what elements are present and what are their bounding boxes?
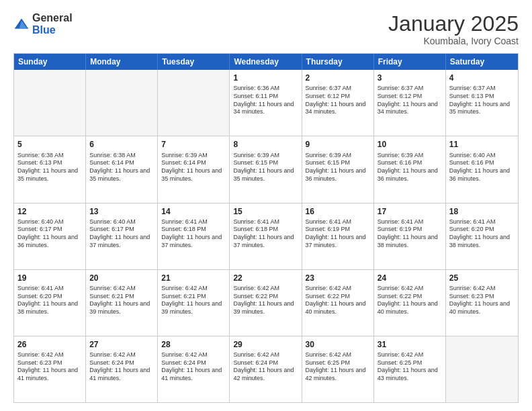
calendar-cell-w4-d4: 22Sunrise: 6:42 AM Sunset: 6:22 PM Dayli…: [230, 270, 302, 336]
calendar-cell-w5-d1: 26Sunrise: 6:42 AM Sunset: 6:23 PM Dayli…: [14, 336, 86, 402]
calendar-cell-w2-d2: 6Sunrise: 6:38 AM Sunset: 6:14 PM Daylig…: [86, 136, 158, 202]
day-number: 5: [17, 139, 82, 150]
day-info: Sunrise: 6:40 AM Sunset: 6:17 PM Dayligh…: [17, 218, 82, 250]
day-info: Sunrise: 6:42 AM Sunset: 6:24 PM Dayligh…: [233, 351, 298, 383]
day-number: 7: [161, 139, 226, 150]
day-number: 20: [89, 273, 154, 283]
day-number: 14: [161, 206, 226, 217]
calendar-cell-w1-d6: 3Sunrise: 6:37 AM Sunset: 6:12 PM Daylig…: [374, 70, 446, 136]
day-info: Sunrise: 6:42 AM Sunset: 6:21 PM Dayligh…: [161, 285, 226, 316]
day-info: Sunrise: 6:41 AM Sunset: 6:18 PM Dayligh…: [233, 218, 298, 250]
day-number: 6: [89, 139, 154, 150]
day-number: 10: [378, 139, 442, 150]
header-saturday: Saturday: [446, 54, 518, 70]
day-info: Sunrise: 6:37 AM Sunset: 6:12 PM Dayligh…: [378, 85, 442, 116]
day-number: 13: [89, 206, 154, 217]
day-number: 1: [233, 73, 298, 83]
calendar-cell-w5-d2: 27Sunrise: 6:42 AM Sunset: 6:24 PM Dayli…: [86, 336, 158, 402]
calendar-cell-w2-d6: 10Sunrise: 6:39 AM Sunset: 6:16 PM Dayli…: [374, 136, 446, 202]
day-info: Sunrise: 6:42 AM Sunset: 6:23 PM Dayligh…: [17, 351, 82, 383]
title-month: January 2025: [388, 12, 519, 36]
day-info: Sunrise: 6:42 AM Sunset: 6:24 PM Dayligh…: [89, 351, 154, 383]
calendar-week-4: 19Sunrise: 6:41 AM Sunset: 6:20 PM Dayli…: [14, 269, 518, 336]
calendar-cell-w3-d5: 16Sunrise: 6:41 AM Sunset: 6:19 PM Dayli…: [302, 203, 374, 269]
day-info: Sunrise: 6:41 AM Sunset: 6:18 PM Dayligh…: [161, 218, 226, 250]
day-info: Sunrise: 6:42 AM Sunset: 6:22 PM Dayligh…: [378, 285, 442, 316]
calendar-cell-w3-d6: 17Sunrise: 6:41 AM Sunset: 6:19 PM Dayli…: [374, 203, 446, 269]
calendar-cell-w1-d3: [158, 70, 230, 136]
title-location: Koumbala, Ivory Coast: [388, 36, 519, 46]
calendar-cell-w4-d6: 24Sunrise: 6:42 AM Sunset: 6:22 PM Dayli…: [374, 270, 446, 336]
day-info: Sunrise: 6:42 AM Sunset: 6:22 PM Dayligh…: [306, 285, 370, 316]
day-number: 31: [378, 339, 442, 350]
calendar-cell-w1-d7: 4Sunrise: 6:37 AM Sunset: 6:13 PM Daylig…: [446, 70, 518, 136]
day-number: 27: [89, 339, 154, 350]
day-info: Sunrise: 6:42 AM Sunset: 6:25 PM Dayligh…: [378, 351, 442, 383]
calendar-cell-w5-d3: 28Sunrise: 6:42 AM Sunset: 6:24 PM Dayli…: [158, 336, 230, 402]
day-number: 19: [17, 273, 82, 283]
calendar-header: Sunday Monday Tuesday Wednesday Thursday…: [14, 54, 518, 70]
calendar-cell-w4-d1: 19Sunrise: 6:41 AM Sunset: 6:20 PM Dayli…: [14, 270, 86, 336]
day-number: 3: [378, 73, 442, 83]
calendar-cell-w1-d1: [14, 70, 86, 136]
day-number: 25: [449, 273, 515, 283]
calendar-cell-w1-d4: 1Sunrise: 6:36 AM Sunset: 6:11 PM Daylig…: [230, 70, 302, 136]
day-info: Sunrise: 6:41 AM Sunset: 6:19 PM Dayligh…: [306, 218, 370, 250]
day-number: 26: [17, 339, 82, 350]
calendar-week-3: 12Sunrise: 6:40 AM Sunset: 6:17 PM Dayli…: [14, 203, 518, 269]
day-info: Sunrise: 6:39 AM Sunset: 6:15 PM Dayligh…: [233, 152, 298, 183]
day-info: Sunrise: 6:38 AM Sunset: 6:14 PM Dayligh…: [89, 152, 154, 183]
logo-icon: [13, 16, 30, 32]
header-tuesday: Tuesday: [158, 54, 230, 70]
header-wednesday: Wednesday: [230, 54, 302, 70]
day-number: 30: [306, 339, 370, 350]
header-friday: Friday: [374, 54, 446, 70]
day-info: Sunrise: 6:40 AM Sunset: 6:17 PM Dayligh…: [89, 218, 154, 250]
day-number: 29: [233, 339, 298, 350]
day-number: 23: [306, 273, 370, 283]
day-info: Sunrise: 6:39 AM Sunset: 6:15 PM Dayligh…: [306, 152, 370, 183]
day-info: Sunrise: 6:42 AM Sunset: 6:25 PM Dayligh…: [306, 351, 370, 383]
day-number: 2: [306, 73, 370, 83]
day-info: Sunrise: 6:36 AM Sunset: 6:11 PM Dayligh…: [233, 85, 298, 116]
day-info: Sunrise: 6:40 AM Sunset: 6:16 PM Dayligh…: [449, 152, 515, 183]
day-info: Sunrise: 6:38 AM Sunset: 6:13 PM Dayligh…: [17, 152, 82, 183]
header-monday: Monday: [86, 54, 158, 70]
calendar-cell-w4-d3: 21Sunrise: 6:42 AM Sunset: 6:21 PM Dayli…: [158, 270, 230, 336]
calendar-cell-w5-d4: 29Sunrise: 6:42 AM Sunset: 6:24 PM Dayli…: [230, 336, 302, 402]
calendar-cell-w2-d4: 8Sunrise: 6:39 AM Sunset: 6:15 PM Daylig…: [230, 136, 302, 202]
calendar-cell-w3-d7: 18Sunrise: 6:41 AM Sunset: 6:20 PM Dayli…: [446, 203, 518, 269]
day-info: Sunrise: 6:39 AM Sunset: 6:14 PM Dayligh…: [161, 152, 226, 183]
calendar-cell-w4-d5: 23Sunrise: 6:42 AM Sunset: 6:22 PM Dayli…: [302, 270, 374, 336]
page: General Blue January 2025 Koumbala, Ivor…: [0, 0, 532, 411]
day-info: Sunrise: 6:37 AM Sunset: 6:13 PM Dayligh…: [449, 85, 515, 116]
day-number: 16: [306, 206, 370, 217]
calendar-cell-w4-d7: 25Sunrise: 6:42 AM Sunset: 6:23 PM Dayli…: [446, 270, 518, 336]
day-number: 11: [449, 139, 515, 150]
day-info: Sunrise: 6:42 AM Sunset: 6:22 PM Dayligh…: [233, 285, 298, 316]
calendar-cell-w3-d4: 15Sunrise: 6:41 AM Sunset: 6:18 PM Dayli…: [230, 203, 302, 269]
header-thursday: Thursday: [302, 54, 374, 70]
calendar-cell-w1-d2: [86, 70, 158, 136]
day-number: 15: [233, 206, 298, 217]
calendar-cell-w5-d6: 31Sunrise: 6:42 AM Sunset: 6:25 PM Dayli…: [374, 336, 446, 402]
day-info: Sunrise: 6:41 AM Sunset: 6:20 PM Dayligh…: [17, 285, 82, 316]
calendar-cell-w2-d7: 11Sunrise: 6:40 AM Sunset: 6:16 PM Dayli…: [446, 136, 518, 202]
day-info: Sunrise: 6:42 AM Sunset: 6:23 PM Dayligh…: [449, 285, 515, 316]
header: General Blue January 2025 Koumbala, Ivor…: [13, 12, 519, 46]
day-number: 4: [449, 73, 515, 83]
calendar-week-1: 1Sunrise: 6:36 AM Sunset: 6:11 PM Daylig…: [14, 70, 518, 136]
calendar-cell-w1-d5: 2Sunrise: 6:37 AM Sunset: 6:12 PM Daylig…: [302, 70, 374, 136]
calendar-cell-w3-d1: 12Sunrise: 6:40 AM Sunset: 6:17 PM Dayli…: [14, 203, 86, 269]
day-info: Sunrise: 6:41 AM Sunset: 6:20 PM Dayligh…: [449, 218, 515, 250]
calendar-body: 1Sunrise: 6:36 AM Sunset: 6:11 PM Daylig…: [14, 70, 518, 402]
calendar: Sunday Monday Tuesday Wednesday Thursday…: [13, 53, 519, 403]
calendar-week-5: 26Sunrise: 6:42 AM Sunset: 6:23 PM Dayli…: [14, 336, 518, 402]
calendar-cell-w2-d1: 5Sunrise: 6:38 AM Sunset: 6:13 PM Daylig…: [14, 136, 86, 202]
day-number: 17: [378, 206, 442, 217]
calendar-cell-w5-d5: 30Sunrise: 6:42 AM Sunset: 6:25 PM Dayli…: [302, 336, 374, 402]
calendar-cell-w2-d3: 7Sunrise: 6:39 AM Sunset: 6:14 PM Daylig…: [158, 136, 230, 202]
day-number: 12: [17, 206, 82, 217]
logo-text: General Blue: [32, 12, 73, 36]
calendar-cell-w4-d2: 20Sunrise: 6:42 AM Sunset: 6:21 PM Dayli…: [86, 270, 158, 336]
